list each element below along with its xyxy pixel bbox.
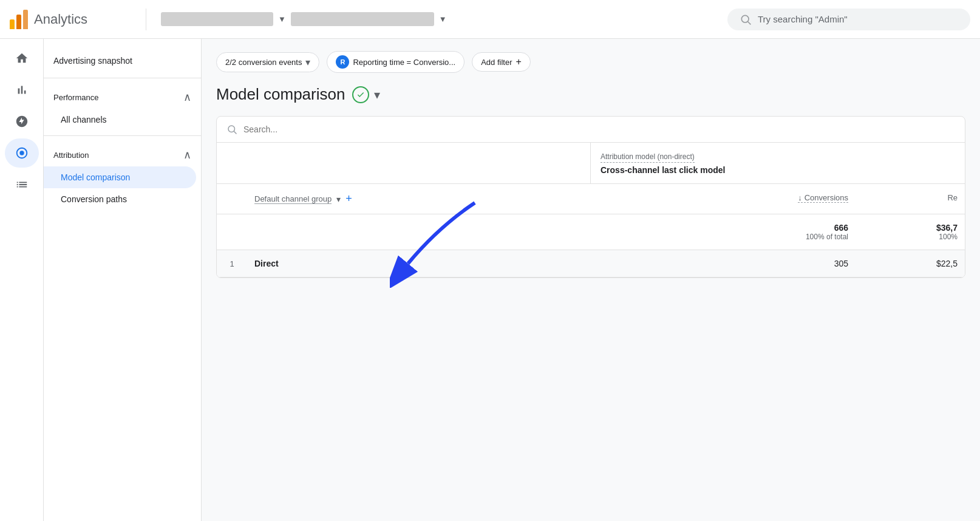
account-separator: ▼	[278, 15, 286, 24]
nav-divider-1	[44, 78, 201, 78]
app-title: Analytics	[34, 12, 87, 27]
model-name: Cross-channel last click model	[601, 165, 955, 175]
svg-line-5	[234, 131, 236, 134]
nav-item-conversion-paths[interactable]: Conversion paths	[44, 188, 196, 210]
totals-num-cell	[217, 220, 247, 243]
logo-bar-1	[10, 19, 15, 29]
nav-item-all-channels[interactable]: All channels	[44, 109, 196, 131]
totals-revenue-percent: 100%	[863, 233, 958, 241]
topbar-divider	[146, 9, 146, 30]
conversion-events-filter[interactable]: 2/2 conversion events ▾	[216, 52, 319, 72]
add-filter-label: Add filter	[481, 58, 512, 67]
model-status-check[interactable]	[352, 86, 369, 103]
totals-revenue-value: $36,7	[863, 223, 958, 233]
explore-icon	[15, 178, 29, 191]
page-title: Model comparison	[216, 85, 345, 104]
totals-revenue-cell: $36,7 100%	[856, 220, 965, 243]
page-title-row: Model comparison ▾	[216, 85, 965, 104]
row-channel: Direct	[247, 259, 746, 268]
svg-point-0	[741, 15, 749, 22]
nav-item-model-comparison[interactable]: Model comparison	[44, 166, 196, 188]
attribution-model-label: Attribution model (non-direct)	[601, 152, 695, 163]
main-content: 2/2 conversion events ▾ R Reporting time…	[202, 39, 980, 521]
search-placeholder: Try searching "Admin"	[758, 14, 848, 24]
revenue-col-label: Re	[947, 193, 958, 202]
attribution-section-header[interactable]: Attribution ∧	[44, 141, 201, 166]
account-dropdown: ▼	[439, 15, 447, 24]
attribution-section-label: Attribution	[53, 151, 89, 160]
account-name	[161, 12, 273, 26]
svg-point-2	[19, 151, 24, 155]
sidebar-item-reports[interactable]	[5, 75, 39, 104]
check-icon	[356, 90, 365, 99]
attribution-chevron-icon: ∧	[183, 148, 191, 162]
add-channel-icon[interactable]: +	[345, 192, 352, 205]
totals-conversions-value: 666	[754, 223, 848, 233]
icon-sidebar	[0, 39, 44, 521]
svg-line-1	[748, 21, 751, 24]
table-row: 1 Direct 305 $22,5	[217, 250, 965, 278]
performance-chevron-icon: ∧	[183, 90, 191, 104]
num-col-header	[217, 189, 247, 209]
topbar: Analytics ▼ ▼ Try searching "Admin"	[0, 0, 980, 39]
row-number: 1	[217, 259, 247, 268]
performance-section-label: Performance	[53, 93, 98, 102]
channel-dropdown-icon[interactable]: ▾	[336, 194, 341, 204]
add-filter-plus-icon: +	[516, 56, 522, 67]
attribution-header: Attribution model (non-direct) Cross-cha…	[217, 143, 965, 184]
row-revenue: $22,5	[856, 259, 965, 268]
reporting-time-label: Reporting time = Conversio...	[353, 58, 455, 67]
channel-col-label: Default channel group	[254, 194, 332, 204]
table-search-input[interactable]	[243, 124, 955, 134]
sidebar-item-explore[interactable]	[5, 170, 39, 199]
totals-channel-cell	[247, 220, 746, 243]
home-icon	[15, 52, 29, 65]
add-filter-button[interactable]: Add filter +	[472, 52, 531, 72]
logo-bar-2	[16, 15, 21, 29]
totals-conversions-cell: 666 100% of total	[746, 220, 856, 243]
table-search-icon	[226, 124, 237, 135]
conversion-events-dropdown-icon: ▾	[305, 56, 310, 68]
revenue-col-header[interactable]: Re	[856, 189, 965, 209]
table-search-bar	[217, 117, 965, 143]
conversions-col-header[interactable]: ↓ Conversions	[746, 189, 856, 209]
data-table: Attribution model (non-direct) Cross-cha…	[216, 116, 965, 278]
right-col-header: Attribution model (non-direct) Cross-cha…	[591, 143, 965, 183]
advertising-icon	[15, 115, 29, 128]
conversion-events-label: 2/2 conversion events	[225, 58, 302, 67]
conversions-col-label: ↓ Conversions	[798, 193, 848, 203]
logo-bar-3	[23, 10, 28, 29]
channel-col-header[interactable]: Default channel group ▾ +	[247, 189, 746, 209]
totals-conversions-percent: 100% of total	[754, 233, 848, 241]
sidebar-item-advertising[interactable]	[5, 107, 39, 136]
search-bar[interactable]: Try searching "Admin"	[727, 9, 970, 30]
topbar-account: ▼ ▼	[161, 12, 447, 26]
reporting-time-filter[interactable]: R Reporting time = Conversio...	[327, 51, 464, 73]
sidebar-item-home[interactable]	[5, 44, 39, 73]
advertising-snapshot-link[interactable]: Advertising snapshot	[44, 49, 201, 73]
performance-section-header[interactable]: Performance ∧	[44, 83, 201, 109]
reporting-time-r-badge: R	[336, 55, 349, 69]
search-icon	[740, 13, 752, 26]
app-layout: Advertising snapshot Performance ∧ All c…	[0, 39, 980, 521]
filter-bar: 2/2 conversion events ▾ R Reporting time…	[216, 51, 965, 73]
attribution-icon	[15, 146, 29, 160]
nav-divider-2	[44, 135, 201, 136]
left-col-header	[217, 143, 591, 183]
model-dropdown-icon[interactable]: ▾	[374, 87, 380, 102]
logo-icon	[10, 10, 28, 29]
totals-row: 666 100% of total $36,7 100%	[217, 214, 965, 250]
sidebar-item-attribution[interactable]	[5, 138, 39, 168]
reports-icon	[15, 83, 29, 97]
app-logo: Analytics	[10, 10, 131, 29]
svg-point-4	[228, 126, 235, 132]
nav-sidebar: Advertising snapshot Performance ∧ All c…	[44, 39, 202, 521]
row-conversions: 305	[746, 259, 856, 268]
column-headers: Default channel group ▾ + ↓ Conversions …	[217, 184, 965, 214]
account-property	[291, 12, 434, 26]
